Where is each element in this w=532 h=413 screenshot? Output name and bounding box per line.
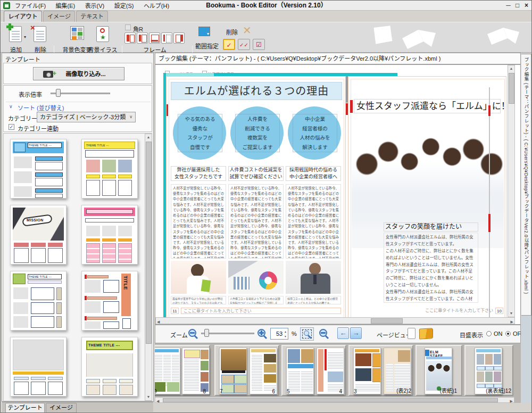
menu-help[interactable]: ヘルプ(H) (140, 1, 173, 11)
edit-canvas[interactable]: トンボを表示 注意領域を表示 エルムが選ばれる３つの理由 やる気のある 優秀な … (155, 64, 521, 325)
template-list-scrollbar[interactable]: ▲ ▼ (145, 134, 152, 401)
scrollbar-thumb[interactable] (146, 142, 152, 344)
subhead-2[interactable]: 人件費コストの低減案を 試算でぜひ確認ください (228, 166, 284, 181)
frame-style-1-button[interactable] (124, 32, 136, 44)
scale-slider-thumb[interactable] (56, 89, 61, 97)
frame-style-2-button[interactable] (137, 32, 148, 44)
left-page-footer[interactable]: ここに章タイトルを入力して下さい (181, 308, 341, 314)
page-thumbnail[interactable] (317, 348, 344, 394)
menu-view[interactable]: 表示(V) (81, 1, 109, 11)
sort-toggle[interactable]: ∨ ソート (並び替え) (6, 102, 151, 110)
zoom-select-area-button[interactable] (300, 327, 314, 341)
single-page-view-icon[interactable] (408, 328, 415, 339)
tab-image[interactable]: イメージ (43, 11, 75, 22)
photo-worried-man[interactable] (286, 261, 341, 294)
spread-panel-5-4[interactable]: 5 4 (281, 345, 346, 396)
tab-layout[interactable]: レイアウト (4, 11, 42, 22)
scrollbar-thumb[interactable] (163, 398, 498, 402)
page-thumbnail[interactable] (286, 348, 314, 394)
template-thumbnail-8[interactable]: THEME TITLE --- (81, 337, 138, 397)
spread-view-icon[interactable] (419, 328, 433, 339)
menu-settings[interactable]: 設定(S) (111, 1, 138, 11)
book-edit-side-tab[interactable]: ブック編集 (テーマ：パンフレット) - ( C:¥Users¥Q¥Deskto… (521, 54, 531, 316)
prev-page-button[interactable]: ← (337, 327, 349, 339)
back-cover-panel[interactable]: (裏表紙)12 (464, 345, 513, 396)
reason-circle-2[interactable]: 人件費を 削減できる 複数案を ご提案します (230, 106, 284, 160)
frame-style-4-button[interactable] (161, 32, 172, 44)
right-body-text[interactable]: 女性専門の人材派遣会社エルムは、弊社所属の女性スタッフがすべてだと思っています。… (384, 233, 478, 303)
strip-scrollbar[interactable]: ◀ ▶ (155, 397, 514, 403)
cover-panel[interactable]: ELM STAFF (表紙)1 (415, 345, 462, 396)
scroll-down-icon[interactable]: ▼ (145, 394, 152, 400)
scroll-down-icon[interactable]: ▼ (508, 310, 514, 317)
page-thumbnail[interactable] (250, 348, 277, 394)
zoom-slider-thumb[interactable] (204, 329, 209, 337)
add-dropdown-caret[interactable]: ▾ (24, 35, 26, 39)
menu-edit[interactable]: 編集(E) (52, 1, 79, 11)
category-sync-checkbox[interactable]: ✓ (9, 124, 14, 130)
subhead-3[interactable]: 採用戦国時代の悩める 中小企業の経営者様へ (286, 166, 341, 181)
left-page-title-banner[interactable]: エルムが選ばれる３つの理由 (171, 82, 342, 100)
template-thumbnail-2[interactable]: THEME TITLE --- (81, 139, 138, 199)
right-page-footer[interactable]: ここに章タイトルを入力して下さい (370, 308, 493, 314)
right-subtitle-box[interactable]: スタッフの笑顔を届けたい (384, 222, 478, 232)
zoom-in-icon[interactable] (257, 329, 265, 337)
add-button[interactable]: ▾ 追加 (7, 25, 25, 53)
right-page-title-box[interactable]: 女性スタッフ派遣なら「エルム」に！ (354, 99, 501, 113)
spinner-up-icon[interactable]: ▲ (284, 331, 287, 333)
maximize-button[interactable]: □ (513, 1, 521, 10)
reason-circle-1[interactable]: やる気のある 優秀な スタッフが 自慢です (173, 106, 226, 160)
category-dropdown[interactable]: カテゴライズ | ベーシック-3分類 ∨ (37, 112, 136, 122)
caption-2[interactable]: 人件費コストを現状より下げるための試算を無料かつビジュアル資料でご説明します。 (228, 296, 284, 304)
spread-panel-7-6[interactable]: 7 6 (214, 345, 279, 396)
caption-3[interactable]: 採用コストの上昇は、どの中小企業の経営者様にとっても大きな悩みの種です。 (286, 296, 341, 304)
zoom-fit-icon[interactable] (319, 329, 327, 337)
range-select-single-button[interactable]: ✓ (223, 39, 235, 50)
right-page[interactable]: 女性スタッフ派遣なら「エルム」に！ スタッフの笑顔を届けたい 女性専門の人材派遣… (348, 76, 506, 320)
range-select-multi-button[interactable]: ✓✓ (238, 39, 250, 50)
canvas-vertical-scrollbar[interactable]: ▲ ▼ (508, 65, 515, 317)
frame-color-swatch[interactable]: ▾ (198, 27, 210, 36)
caption-1[interactable]: 面接率が業界平均より早めに高いのが弊社の誇りであり、スタッフのやる気は私どもの自… (171, 296, 226, 304)
body-column-2[interactable]: 人材不足が常態化している昨今、優秀なスタッフを集めるのはどの中小企業の経営者にと… (228, 184, 284, 259)
body-column-3[interactable]: 人材不足が常態化している昨今、優秀なスタッフを集めるのはどの中小企業の経営者にと… (286, 184, 341, 259)
grid-off-radio[interactable] (505, 331, 511, 336)
frame-style-3-button[interactable] (149, 32, 160, 44)
bg-illust-button[interactable]: ★ 背景イラスト (86, 25, 120, 53)
scroll-up-icon[interactable]: ▲ (145, 134, 152, 141)
minimize-button[interactable]: ─ (504, 1, 512, 10)
grid-on-radio[interactable] (486, 331, 492, 336)
image-import-button[interactable]: 画像取り込み... (33, 67, 124, 80)
left-page[interactable]: エルムが選ばれる３つの理由 やる気のある 優秀な スタッフが 自慢です 人件費を… (166, 76, 346, 320)
corner-r-checkbox[interactable] (125, 24, 131, 30)
menu-file[interactable]: ファイル(F) (11, 1, 49, 11)
page-thumbnail[interactable] (353, 348, 381, 394)
tab-template-bottom[interactable]: テンプレート (5, 403, 45, 412)
template-thumbnail-6[interactable]: TITLE (81, 271, 138, 331)
photo-cost-charts[interactable] (228, 261, 284, 294)
corner-r-option[interactable]: 角R (125, 24, 189, 31)
next-page-button[interactable]: → (350, 327, 362, 339)
reason-circle-3[interactable]: 中小企業 経営者様の 人材の悩みを 解決します (288, 106, 341, 160)
template-thumbnail-4[interactable] (81, 205, 138, 265)
scroll-right-icon[interactable]: ▶ (510, 398, 513, 403)
photo-staff-woman[interactable] (171, 261, 226, 294)
range-delete-icon[interactable]: ✕ (243, 26, 252, 35)
scrollbar-thumb[interactable] (509, 73, 514, 104)
scroll-right-icon[interactable]: ▶ (511, 319, 513, 325)
tab-image-bottom[interactable]: イメージ (46, 403, 77, 412)
zoom-value-spinner[interactable]: 53 ▲ ▼ (270, 328, 288, 340)
page-thumbnail[interactable] (219, 348, 247, 394)
frame-style-5-button[interactable] (173, 32, 185, 44)
tab-text[interactable]: テキスト (76, 11, 108, 22)
template-thumbnail-3[interactable]: MISSION (10, 205, 66, 265)
spread-panel-9-8[interactable]: 9 8 (155, 345, 210, 396)
template-thumbnail-1[interactable]: THEME TITLE --- (10, 139, 66, 199)
page-thumbnail[interactable] (155, 348, 180, 394)
range-select-all-button[interactable]: ☑ (253, 39, 265, 50)
subhead-1[interactable]: 弊社が厳選採用した 女性スタッフたちです (171, 166, 226, 181)
spread-panel-3-2[interactable]: 3 (表2)2 (348, 345, 413, 396)
template-thumbnail-5[interactable]: THEME TITLE --- (10, 271, 66, 331)
delete-button[interactable]: × 削除 (31, 25, 49, 53)
zoom-out-icon[interactable] (188, 329, 196, 337)
